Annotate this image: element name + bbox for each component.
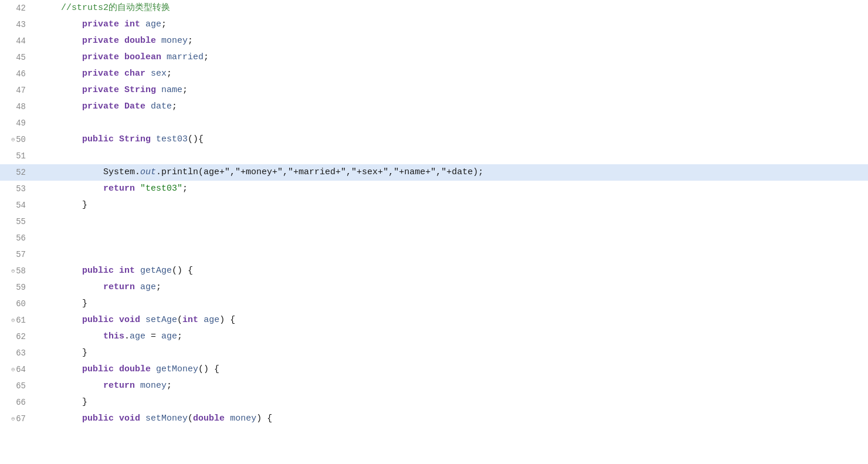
token-type-double: double [193,412,225,426]
code-line: 46 private char sex; [0,66,868,82]
token-var-name: age [145,18,161,32]
token-comment: //struts2的自动类型转换 [40,2,170,15]
token-plain [156,35,161,48]
token-plain [114,265,119,278]
token-var-name: age [140,281,156,294]
line-content: private String name; [35,82,188,99]
token-plain [135,182,140,196]
token-plain: ; [182,84,188,97]
fold-icon[interactable]: ⊖ [9,365,15,374]
token-plain: ; [167,380,172,393]
token-plain [151,363,156,377]
token-indent12 [40,330,103,344]
token-plain: ( [188,412,193,426]
token-plain [119,100,124,114]
line-number: ⊖67 [0,411,35,427]
line-content: } [35,197,87,214]
token-indent12 [40,166,103,179]
code-line: ⊖61 public void setAge(int age) { [0,312,868,328]
line-number: 66 [0,394,35,411]
token-kw-this: this [103,330,124,344]
token-plain: ; [177,330,182,344]
token-kw-private: private [82,35,119,48]
token-plain [145,67,151,81]
token-type-Date: Date [124,100,145,114]
line-number: 52 [0,164,35,181]
line-content: private boolean married; [35,49,209,66]
code-line: 42 //struts2的自动类型转换 [0,0,868,16]
token-plain: } [82,396,87,409]
code-line: ⊖64 public double getMoney() { [0,361,868,378]
token-var-name: money [140,380,167,393]
line-content: public void setMoney(double money) { [35,411,272,427]
token-plain: ) { [256,412,272,426]
token-indent12 [40,182,103,196]
token-indent8 [40,396,82,409]
token-plain: ; [188,35,193,48]
token-type-boolean: boolean [124,51,161,65]
token-type-int: int [182,314,198,327]
token-method-name: setMoney [145,412,188,426]
code-line: 44 private double money; [0,33,868,49]
token-plain [156,84,161,97]
token-kw-public: public [82,363,114,377]
token-plain [135,380,140,393]
token-plain [114,133,119,147]
token-kw-return: return [103,182,135,196]
token-var-name: money [230,412,256,426]
code-line: 53 return "test03"; [0,181,868,197]
code-line: ⊖67 public void setMoney(double money) { [0,411,868,427]
line-number: 43 [0,16,35,33]
line-content: private double money; [35,33,193,49]
token-plain [114,412,119,426]
code-line: 59 return age; [0,279,868,296]
line-number: 53 [0,181,35,197]
token-indent8 [40,347,82,360]
code-line: 60 } [0,296,868,312]
token-plain: () { [172,265,193,278]
token-var-name: money [161,35,188,48]
token-type-double: double [119,363,151,377]
token-var-name: age [130,330,145,344]
fold-icon[interactable]: ⊖ [9,316,15,325]
line-number: 62 [0,328,35,345]
token-string-val: "test03" [140,182,182,196]
token-kw-private: private [82,51,119,65]
token-method-name: getAge [140,265,172,278]
token-plain: } [82,347,87,360]
line-content: private int age; [35,16,167,33]
token-var-name: age [161,330,177,344]
fold-icon[interactable]: ⊖ [9,136,15,144]
code-line: 62 this.age = age; [0,328,868,345]
fold-icon[interactable]: ⊖ [9,415,15,424]
code-line: ⊖50 public String test03(){ [0,131,868,148]
token-kw-private: private [82,84,119,97]
token-indent12 [40,380,103,393]
token-method-name: setAge [145,314,177,327]
line-number: 48 [0,99,35,115]
token-kw-return: return [103,380,135,393]
line-number: 65 [0,378,35,394]
code-line: 49 [0,115,868,131]
token-indent8 [40,265,82,278]
token-kw-private: private [82,18,119,32]
token-type-double: double [124,35,156,48]
token-indent12 [40,281,103,294]
token-method-name: getMoney [156,363,198,377]
token-plain: ; [204,51,209,65]
line-content: private Date date; [35,99,177,115]
token-plain [161,51,167,65]
token-kw-public: public [82,412,114,426]
token-plain [119,35,124,48]
line-number: 44 [0,33,35,49]
line-content [35,246,45,263]
line-content: } [35,296,87,312]
token-var-name: married [167,51,204,65]
token-plain [140,412,145,426]
line-content: } [35,345,87,361]
code-line: 47 private String name; [0,82,868,99]
token-plain [119,18,124,32]
token-plain: () { [198,363,219,377]
fold-icon[interactable]: ⊖ [9,267,15,276]
line-number: 45 [0,49,35,66]
